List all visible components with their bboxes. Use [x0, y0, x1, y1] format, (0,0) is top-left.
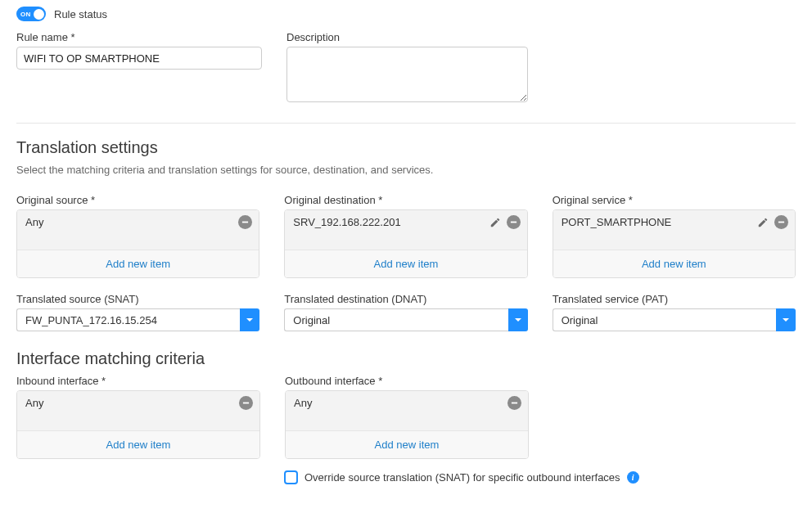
interface-matching-title: Interface matching criteria	[16, 349, 796, 368]
add-new-item-button[interactable]: Add new item	[17, 250, 259, 277]
translation-settings-title: Translation settings	[16, 138, 796, 157]
add-new-item-button[interactable]: Add new item	[17, 430, 259, 458]
toggle-knob	[34, 9, 44, 20]
original-service-box: PORT_SMARTPHONE Add new item	[553, 209, 796, 278]
chevron-down-icon[interactable]	[508, 308, 528, 331]
edit-icon[interactable]	[757, 216, 769, 228]
select-value: Original	[553, 308, 776, 331]
translated-source-select[interactable]: FW_PUNTA_172.16.15.254	[16, 308, 259, 331]
chevron-down-icon[interactable]	[776, 308, 796, 331]
add-new-item-button[interactable]: Add new item	[285, 250, 526, 277]
list-item: Any	[17, 391, 259, 415]
original-destination-box: SRV_192.168.222.201 Add new item	[284, 209, 527, 278]
description-textarea[interactable]	[286, 47, 528, 102]
translated-service-label: Translated service (PAT)	[553, 293, 796, 305]
add-new-label: Add new item	[374, 258, 439, 270]
svg-rect-3	[243, 403, 249, 404]
item-text: Any	[25, 397, 239, 409]
rule-name-label: Rule name *	[16, 31, 262, 43]
inbound-interface-box: Any Add new item	[16, 390, 260, 459]
add-new-label: Add new item	[106, 439, 171, 451]
list-item: Any	[286, 391, 528, 415]
add-new-label: Add new item	[642, 258, 706, 270]
item-text: PORT_SMARTPHONE	[562, 216, 757, 228]
select-value: Original	[284, 308, 508, 331]
toggle-on-text: ON	[20, 11, 31, 18]
item-text: Any	[25, 216, 238, 228]
outbound-interface-label: Outbound interface *	[285, 375, 529, 387]
translated-service-select[interactable]: Original	[553, 308, 796, 331]
add-new-item-button[interactable]: Add new item	[553, 250, 795, 277]
remove-icon[interactable]	[508, 396, 521, 410]
original-destination-label: Original destination *	[284, 194, 527, 206]
list-item: SRV_192.168.222.201	[285, 210, 526, 234]
list-item: PORT_SMARTPHONE	[553, 210, 795, 234]
rule-name-input[interactable]	[16, 47, 262, 70]
original-source-label: Original source *	[16, 194, 259, 206]
svg-rect-2	[778, 222, 784, 223]
remove-icon[interactable]	[774, 215, 788, 229]
original-source-box: Any Add new item	[16, 209, 259, 278]
remove-icon[interactable]	[507, 215, 521, 229]
override-snat-checkbox[interactable]	[284, 470, 298, 484]
translated-destination-select[interactable]: Original	[284, 308, 527, 331]
add-new-item-button[interactable]: Add new item	[286, 430, 528, 458]
description-label: Description	[286, 31, 528, 43]
translated-destination-label: Translated destination (DNAT)	[284, 293, 527, 305]
chevron-down-icon[interactable]	[240, 308, 259, 331]
svg-rect-1	[511, 222, 517, 223]
original-service-label: Original service *	[553, 194, 796, 206]
remove-icon[interactable]	[238, 215, 252, 229]
svg-rect-4	[512, 403, 517, 404]
translated-source-label: Translated source (SNAT)	[16, 293, 259, 305]
override-snat-label: Override source translation (SNAT) for s…	[304, 471, 620, 484]
item-text: SRV_192.168.222.201	[293, 216, 489, 228]
info-icon[interactable]: i	[627, 471, 639, 484]
divider	[16, 123, 796, 124]
select-value: FW_PUNTA_172.16.15.254	[16, 308, 240, 331]
item-text: Any	[294, 397, 508, 409]
rule-status-toggle[interactable]: ON	[16, 7, 46, 21]
outbound-interface-box: Any Add new item	[285, 390, 529, 459]
inbound-interface-label: Inbound interface *	[16, 375, 260, 387]
add-new-label: Add new item	[106, 258, 170, 270]
remove-icon[interactable]	[239, 396, 253, 410]
list-item: Any	[17, 210, 259, 234]
rule-status-label: Rule status	[54, 8, 107, 20]
edit-icon[interactable]	[489, 216, 502, 228]
svg-rect-0	[242, 222, 248, 223]
add-new-label: Add new item	[375, 439, 440, 451]
translation-settings-subtitle: Select the matching criteria and transla…	[16, 164, 796, 176]
